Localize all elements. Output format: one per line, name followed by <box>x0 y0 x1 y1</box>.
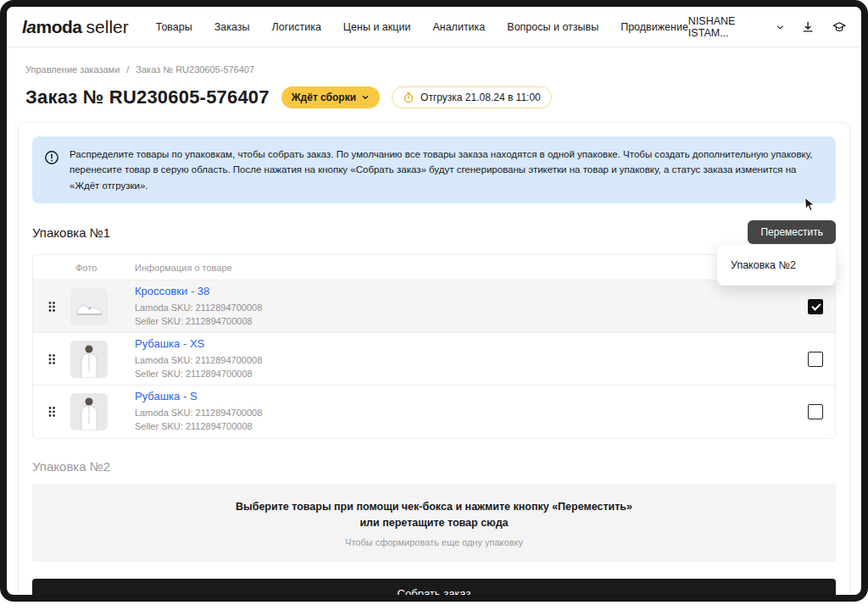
seller-sku: Seller SKU: 2112894700008 <box>135 368 784 381</box>
nav-item-tseny-i-aktsii[interactable]: Цены и акции <box>343 21 411 33</box>
row-checkbox[interactable] <box>808 299 823 314</box>
nav-item-tovary[interactable]: Товары <box>156 21 192 33</box>
breadcrumb-current: Заказ № RU230605-576407 <box>136 64 254 75</box>
product-info: Кроссовки - 38 Lamoda SKU: 2112894700008… <box>123 285 784 329</box>
column-header-info: Информация о товаре <box>123 263 784 273</box>
product-info: Рубашка - S Lamoda SKU: 2112894700008 Se… <box>123 390 784 434</box>
package2-dropzone[interactable]: Выберите товары при помощи чек-бокса и н… <box>32 484 836 562</box>
lamoda-sku: Lamoda SKU: 2112894700008 <box>135 302 784 315</box>
dropdown-item-package2[interactable]: Упаковка №2 <box>717 248 836 282</box>
nav-item-zakazy[interactable]: Заказы <box>214 21 250 33</box>
product-link[interactable]: Кроссовки - 38 <box>135 285 784 297</box>
product-photo <box>70 288 108 325</box>
move-dropdown: Упаковка №2 <box>717 245 836 286</box>
checkbox-cell <box>808 299 835 314</box>
user-name: NISHANE ISTAM... <box>688 15 770 39</box>
main-nav: Товары Заказы Логистика Цены и акции Ана… <box>156 21 688 33</box>
checkbox-cell <box>808 352 835 367</box>
shipping-badge-label: Отгрузка 21.08.24 в 11:00 <box>420 92 541 103</box>
lamoda-seller-logo[interactable]: lamodaseller <box>22 17 129 37</box>
lamoda-sku: Lamoda SKU: 2112894700008 <box>135 354 784 368</box>
header-right: NISHANE ISTAM... <box>688 15 846 39</box>
product-photo <box>70 393 108 430</box>
download-icon[interactable] <box>801 19 815 35</box>
seller-sku: Seller SKU: 2112894700008 <box>135 315 784 329</box>
shipping-badge: Отгрузка 21.08.24 в 11:00 <box>392 86 552 108</box>
breadcrumb-link-orders[interactable]: Управление заказами <box>25 64 120 75</box>
table-row: Рубашка - XS Lamoda SKU: 2112894700008 S… <box>33 333 835 386</box>
status-badge-label: Ждёт сборки <box>292 92 356 103</box>
stopwatch-icon <box>403 92 415 103</box>
package1-title: Упаковка №1 <box>32 225 110 240</box>
lamoda-sku: Lamoda SKU: 2112894700008 <box>135 407 784 420</box>
package1-header: Упаковка №1 Переместить Упаковка №2 <box>32 220 836 244</box>
nav-item-analitika[interactable]: Аналитика <box>432 21 485 33</box>
title-row: Заказ № RU230605-576407 Ждёт сборки Отгр… <box>25 86 843 108</box>
product-photo <box>70 341 108 378</box>
order-assembly-card: Распределите товары по упаковкам, чтобы … <box>18 122 850 602</box>
app-window: lamodaseller Товары Заказы Логистика Цен… <box>0 0 868 602</box>
table-row: Кроссовки - 38 Lamoda SKU: 2112894700008… <box>33 280 835 333</box>
dropzone-line2: или перетащите товар сюда <box>236 515 632 531</box>
nav-item-voprosy-i-otzyvy[interactable]: Вопросы и отзывы <box>507 21 598 33</box>
product-info: Рубашка - XS Lamoda SKU: 2112894700008 S… <box>123 337 784 381</box>
page-title: Заказ № RU230605-576407 <box>25 86 270 108</box>
info-banner: Распределите товары по упаковкам, чтобы … <box>32 136 836 203</box>
drag-handle-icon[interactable] <box>47 406 56 418</box>
package1-table: Фото Информация о товаре Кроссовки - 38 … <box>32 254 836 439</box>
logo-part: la <box>22 17 36 36</box>
product-link[interactable]: Рубашка - S <box>135 390 784 402</box>
logo-part: moda <box>36 17 82 36</box>
move-button[interactable]: Переместить <box>748 220 836 244</box>
seller-sku: Seller SKU: 2112894700008 <box>135 420 784 434</box>
breadcrumb-separator: / <box>126 64 129 75</box>
alert-circle-icon <box>44 150 59 165</box>
drag-handle-icon[interactable] <box>47 301 56 313</box>
nav-item-prodvizhenie[interactable]: Продвижение <box>620 21 688 33</box>
dropzone-hint: Чтобы сформировать еще одну упаковку <box>345 537 523 547</box>
nav-item-logistika[interactable]: Логистика <box>272 21 321 33</box>
drag-handle-icon[interactable] <box>47 353 56 365</box>
product-link[interactable]: Рубашка - XS <box>135 337 784 350</box>
package2-title: Упаковка №2 <box>32 459 836 474</box>
dropzone-line1: Выберите товары при помощи чек-бокса и н… <box>236 499 632 515</box>
assemble-order-button[interactable]: Собрать заказ <box>32 579 836 602</box>
top-navbar: lamodaseller Товары Заказы Логистика Цен… <box>7 7 861 47</box>
breadcrumb: Управление заказами / Заказ № RU230605-5… <box>25 64 861 75</box>
chevron-down-icon <box>361 93 370 102</box>
checkbox-cell <box>808 404 835 419</box>
chevron-down-icon <box>776 22 785 32</box>
user-menu[interactable]: NISHANE ISTAM... <box>688 15 785 39</box>
table-row: Рубашка - S Lamoda SKU: 2112894700008 Se… <box>33 386 835 438</box>
dropzone-instruction: Выберите товары при помощи чек-бокса и н… <box>236 499 632 532</box>
logo-part: seller <box>86 17 129 36</box>
status-badge[interactable]: Ждёт сборки <box>281 86 380 108</box>
info-banner-text: Распределите товары по упаковкам, чтобы … <box>70 147 824 193</box>
table-header-row: Фото Информация о товаре <box>33 255 835 280</box>
column-header-photo: Фото <box>70 263 123 273</box>
graduation-cap-icon[interactable] <box>832 19 846 35</box>
row-checkbox[interactable] <box>808 404 823 419</box>
row-checkbox[interactable] <box>808 352 823 367</box>
